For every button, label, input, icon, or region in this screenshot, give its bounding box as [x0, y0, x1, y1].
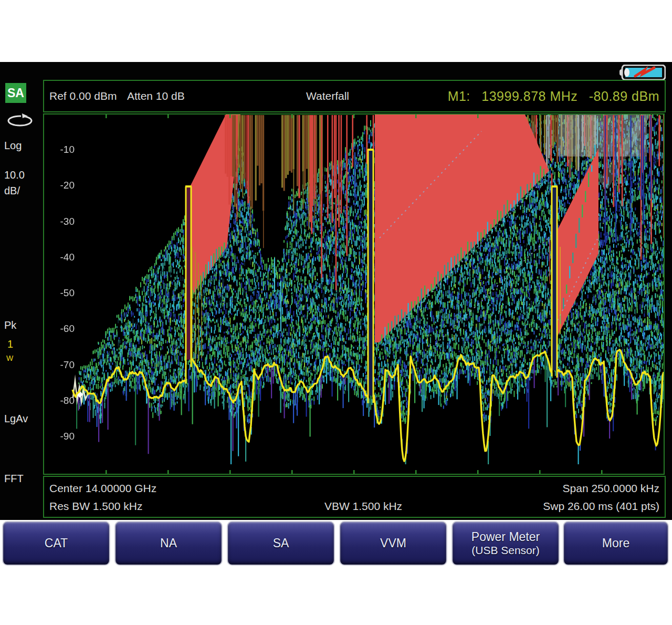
vbw-readout: VBW 1.500 kHz	[290, 498, 437, 515]
display-mode-label: Waterfall	[275, 81, 380, 111]
trace-number-label: 1	[7, 338, 45, 350]
battery-charging-icon	[620, 65, 666, 80]
attenuation-readout: Atten 10 dB	[127, 81, 185, 111]
trace-state-label: W	[6, 354, 44, 362]
continuous-sweep-icon	[6, 109, 36, 131]
y-axis-tick: -50	[49, 287, 75, 299]
waterfall-plot: -10 -20 -30 -40 -50 -60 -70 -80 -90	[43, 113, 665, 475]
mode-indicator-sa: SA	[5, 83, 26, 103]
waterfall-canvas[interactable]	[44, 114, 664, 474]
y-axis-tick: -70	[49, 359, 75, 371]
scale-value-label: 10.0	[4, 169, 42, 181]
y-axis-tick: -60	[49, 323, 75, 335]
fieldfox-analyzer-screen: SA Log 10.0 dB/ Pk 1 W LgAv FFT Ref 0.00…	[0, 0, 672, 625]
softkey-label: SA	[273, 537, 289, 550]
softkey-label: CAT	[45, 537, 68, 550]
softkey-label: Power Meter	[471, 530, 540, 544]
average-type-label: LgAv	[4, 413, 42, 425]
y-axis-tick: -20	[49, 180, 75, 191]
ref-level-readout: Ref 0.00 dBm	[49, 81, 117, 111]
y-axis-tick: -80	[49, 395, 75, 407]
scale-unit-label: dB/	[4, 185, 42, 197]
marker-id: M1:	[448, 89, 470, 103]
bottom-annotation-bar: Center 14.00000 GHz Span 250.0000 kHz Re…	[43, 476, 666, 518]
sweep-time-readout: Swp 26.00 ms (401 pts)	[543, 498, 659, 515]
marker-frequency: 13999.878 MHz	[481, 89, 578, 103]
softkey-cat[interactable]: CAT	[2, 521, 110, 566]
y-axis-tick: -90	[49, 431, 75, 442]
sweep-type-label: FFT	[4, 473, 42, 485]
detector-label: Pk	[4, 319, 42, 331]
top-annotation-bar: Ref 0.00 dBm Atten 10 dB Waterfall M1: 1…	[43, 80, 666, 112]
softkey-label: NA	[160, 537, 177, 550]
marker-amplitude: -80.89 dBm	[589, 89, 659, 103]
center-frequency-readout: Center 14.00000 GHz	[49, 480, 156, 497]
y-axis-tick: -10	[49, 144, 75, 155]
softkey-row: CAT NA SA VVM Power Meter (USB Sensor) M…	[0, 521, 672, 566]
softkey-label: More	[602, 537, 629, 550]
span-readout: Span 250.0000 kHz	[563, 480, 659, 497]
softkey-na[interactable]: NA	[114, 521, 223, 566]
y-axis-tick: -30	[49, 216, 75, 227]
scale-type-label: Log	[4, 140, 42, 152]
softkey-vvm[interactable]: VVM	[339, 521, 447, 566]
softkey-power-meter[interactable]: Power Meter (USB Sensor)	[452, 521, 560, 566]
marker-readout: M1: 13999.878 MHz -80.89 dBm	[448, 81, 659, 111]
softkey-more[interactable]: More	[563, 521, 669, 566]
y-axis-tick: -40	[49, 252, 75, 263]
softkey-label: VVM	[380, 537, 406, 550]
softkey-sa[interactable]: SA	[227, 521, 335, 566]
softkey-label-line2: (USB Sensor)	[471, 544, 540, 557]
rbw-readout: Res BW 1.500 kHz	[49, 498, 142, 515]
